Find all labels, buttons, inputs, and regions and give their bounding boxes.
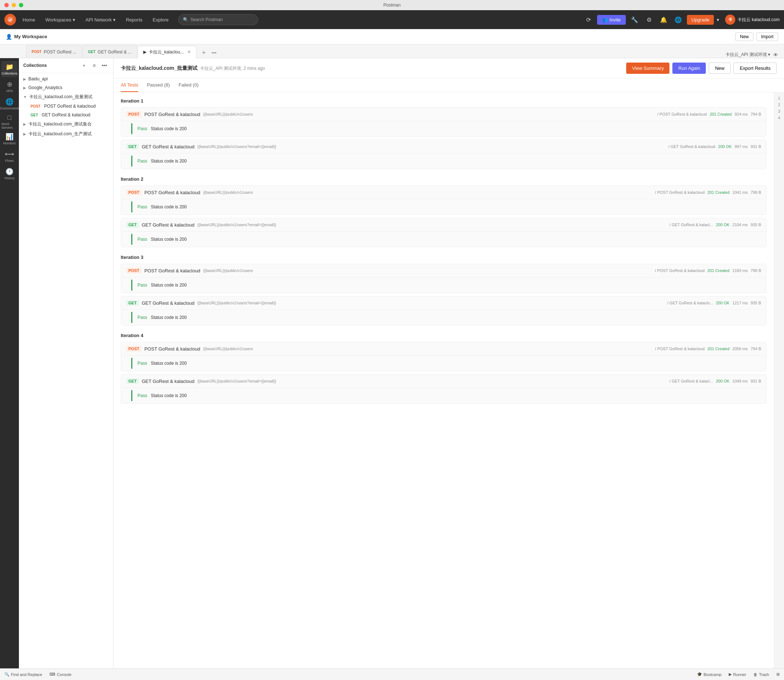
runner-button[interactable]: ▶ Runner (729, 672, 746, 677)
find-replace-button[interactable]: 🔍 Find and Replace (4, 672, 42, 677)
close-button[interactable] (4, 3, 9, 7)
tab-all-tests[interactable]: All Tests (121, 79, 138, 92)
request-header[interactable]: GET GET GoRest & kalacloud {{baseURL}}/p… (121, 140, 766, 153)
rail-num-3[interactable]: 3 (775, 109, 784, 114)
tree-item-kala-test[interactable]: ▶ 卡拉云_kalacloud.com_测试集合 (19, 119, 113, 129)
request-header[interactable]: POST POST GoRest & kalacloud {{baseURL}}… (121, 342, 766, 355)
tab-close-icon[interactable]: ✕ (187, 49, 191, 55)
request-header[interactable]: GET GET GoRest & kalacloud {{baseURL}}/p… (121, 218, 766, 231)
sidebar-item-mock-servers[interactable]: □ Mock Servers (2, 113, 17, 129)
globe-icon[interactable]: 🌐 (672, 14, 684, 25)
method-badge: POST (126, 111, 142, 117)
sidebar-item-monitors[interactable]: 📊 Monitors (2, 131, 17, 147)
tab-post-gorest[interactable]: POST POST GoRest ... (26, 46, 82, 58)
maximize-button[interactable] (19, 3, 23, 7)
workspace-bar: 👤 My Workspace New Import (0, 29, 784, 44)
request-name: GET GoRest & kalacloud (142, 144, 195, 150)
method-badge-post: POST (29, 104, 42, 109)
pass-bar (131, 280, 132, 291)
kala-brand: 卡 卡拉云 kalacloud.com (725, 14, 780, 25)
request-header[interactable]: GET GET GoRest & kalacloud {{baseURL}}/p… (121, 296, 766, 310)
sidebar-item-apis[interactable]: ⊕ APIs (2, 79, 17, 94)
env-selector[interactable]: 卡拉云_API 测试环境 ▾ (726, 52, 770, 58)
app-logo[interactable] (4, 14, 16, 25)
request-url: {{baseURL}}/public/v1/users?email={{emai… (197, 379, 666, 383)
window-controls[interactable] (4, 3, 23, 7)
minimize-button[interactable] (12, 3, 16, 7)
nav-api-network[interactable]: API Network ▾ (82, 15, 119, 25)
tree-item-baidu[interactable]: ▶ Baidu_api (19, 74, 113, 83)
view-summary-button[interactable]: View Summary (626, 63, 669, 74)
test-pass-label: Pass (137, 283, 147, 288)
rail-num-2[interactable]: 2 (775, 102, 784, 108)
new-button[interactable]: New (735, 32, 754, 41)
layout-button[interactable]: ⊞ (776, 672, 780, 677)
method-badge: POST (126, 268, 142, 274)
method-badge: GET (126, 222, 139, 228)
request-header[interactable]: POST POST GoRest & kalacloud {{baseURL}}… (121, 186, 766, 199)
tools-icon[interactable]: 🔧 (629, 14, 640, 25)
tab-add-button[interactable]: + (198, 48, 209, 58)
iteration-3: Iteration 3 POST POST GoRest & kalacloud… (121, 255, 767, 326)
nav-home[interactable]: Home (19, 15, 39, 25)
response-time: 1183 ms (732, 268, 748, 273)
upgrade-button[interactable]: Upgrade (687, 15, 714, 25)
rail-num-1[interactable]: 1 (775, 95, 784, 101)
status-bar: 🔍 Find and Replace ⌨ Console 🎓 Bootcamp … (0, 668, 784, 680)
request-row: GET GET GoRest & kalacloud {{baseURL}}/p… (121, 218, 767, 247)
settings-icon[interactable]: ⚙ (643, 14, 655, 25)
status-badge: 201 Created (708, 190, 730, 195)
bootcamp-button[interactable]: 🎓 Bootcamp (697, 672, 722, 677)
tab-more-button[interactable]: ••• (209, 48, 219, 58)
chevron-right-icon: ▶ (23, 132, 26, 136)
sidebar-more-button[interactable]: ••• (100, 61, 109, 70)
sidebar-item-environments[interactable]: 🌐 Environments (2, 96, 17, 112)
sidebar-title: Collections (23, 63, 78, 68)
test-pass-label: Pass (137, 237, 147, 242)
runner-subtitle: 卡拉云_API 测试环境, 2 mins ago (198, 66, 265, 71)
tree-item-get-gorest[interactable]: GET GET GoRest & kalacloud (19, 110, 113, 119)
tab-failed[interactable]: Failed (0) (179, 79, 198, 92)
test-name: Status code is 200 (151, 205, 187, 209)
nav-workspaces[interactable]: Workspaces ▾ (42, 15, 79, 25)
tab-get-gorest[interactable]: GET GET GoRest & ... (83, 46, 137, 58)
export-results-button[interactable]: Export Results (734, 63, 777, 74)
request-name: GET GoRest & kalacloud (142, 301, 195, 306)
trash-button[interactable]: 🗑 Trash (754, 672, 769, 677)
tab-kala-runner[interactable]: ▶ 卡拉云_kalaclou... ✕ (138, 46, 197, 58)
collections-icon: 📁 (5, 63, 13, 71)
invite-button[interactable]: 👥 Invite (597, 15, 626, 25)
test-result: Pass Status code is 200 (121, 153, 766, 169)
search-bar[interactable]: 🔍 Search Postman (178, 14, 258, 25)
filter-icon[interactable]: ≡ (90, 61, 99, 70)
add-collection-button[interactable]: + (80, 61, 88, 70)
nav-reports[interactable]: Reports (122, 15, 146, 25)
tree-item-google[interactable]: ▶ Google_Analytics (19, 83, 113, 92)
trash-icon: 🗑 (754, 672, 757, 677)
console-button[interactable]: ⌨ Console (49, 672, 71, 677)
tab-passed[interactable]: Passed (8) (147, 79, 170, 92)
request-url: {{baseURL}}/public/v1/users (203, 190, 652, 195)
eye-icon[interactable]: 👁 (773, 52, 778, 58)
bell-icon[interactable]: 🔔 (658, 14, 669, 25)
sidebar-item-collections[interactable]: 📁 Collections (2, 61, 17, 77)
import-button[interactable]: Import (756, 32, 778, 41)
sidebar-item-history[interactable]: 🕐 History (2, 166, 17, 182)
search-icon: 🔍 (4, 672, 9, 677)
sidebar-item-flows[interactable]: ⟷ Flows (2, 148, 17, 164)
request-header[interactable]: POST POST GoRest & kalacloud {{baseURL}}… (121, 264, 766, 277)
tree-item-post-gorest[interactable]: POST POST GoRest & kalacloud (19, 102, 113, 110)
tab-label-post: POST GoRest ... (44, 49, 76, 55)
nav-explore[interactable]: Explore (149, 15, 172, 25)
sidebar-header: Collections + ≡ ••• (19, 58, 113, 73)
new-run-button[interactable]: New (709, 63, 730, 74)
run-again-button[interactable]: Run Again (672, 63, 706, 74)
sync-icon[interactable]: ⟳ (582, 14, 594, 25)
tree-item-kala-batch[interactable]: ▼ 卡拉云_kalacloud.com_批量测试 (19, 92, 113, 102)
request-row: POST POST GoRest & kalacloud {{baseURL}}… (121, 342, 767, 371)
rail-num-4[interactable]: 4 (775, 115, 784, 121)
chevron-right-icon: ▶ (23, 77, 26, 81)
request-header[interactable]: POST POST GoRest & kalacloud {{baseURL}}… (121, 108, 766, 121)
tree-item-kala-prod[interactable]: ▶ 卡拉云_kalacloud.com_生产测试 (19, 129, 113, 139)
request-header[interactable]: GET GET GoRest & kalacloud {{baseURL}}/p… (121, 375, 766, 388)
